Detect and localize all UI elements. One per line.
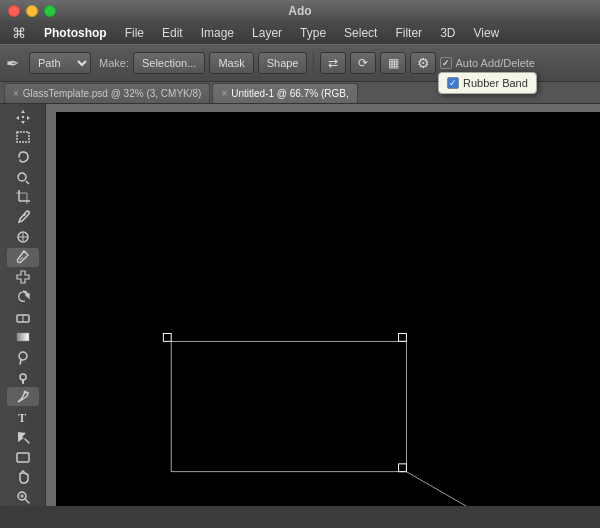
svg-rect-25 [171,341,406,471]
tab-close-glass[interactable]: × [13,88,19,99]
layers-icon-btn[interactable]: ▦ [380,52,406,74]
warp-icon-btn[interactable]: ⟳ [350,52,376,74]
tab-close-untitled[interactable]: × [221,88,227,99]
rectangle-tool[interactable] [7,447,39,466]
svg-rect-28 [399,334,407,342]
auto-add-delete-label: Auto Add/Delete [440,57,535,69]
gradient-tool[interactable] [7,327,39,346]
rubber-band-checkbox[interactable] [447,77,459,89]
svg-rect-20 [17,453,29,462]
menu-3d[interactable]: 3D [432,24,463,42]
svg-point-1 [18,173,26,181]
move-tool[interactable] [7,108,39,127]
crop-tool[interactable] [7,188,39,207]
rectangular-marquee-tool[interactable] [7,128,39,147]
svg-line-2 [26,181,29,184]
menu-view[interactable]: View [465,24,507,42]
canvas-area[interactable] [46,104,600,506]
brush-tool[interactable] [7,248,39,267]
text-tool[interactable]: T [7,407,39,426]
zoom-tool[interactable] [7,487,39,506]
left-toolbar: T [0,104,46,506]
pen-tool-icon: ✒ [6,54,19,73]
menu-select[interactable]: Select [336,24,385,42]
blur-tool[interactable] [7,347,39,366]
clone-stamp-tool[interactable] [7,268,39,287]
maximize-button[interactable] [44,5,56,17]
transform-icon-btn[interactable]: ⇄ [320,52,346,74]
menu-edit[interactable]: Edit [154,24,191,42]
eyedropper-tool[interactable] [7,208,39,227]
titlebar: Ado [0,0,600,22]
path-drawing [56,112,600,506]
menu-filter[interactable]: Filter [387,24,430,42]
quick-select-tool[interactable] [7,168,39,187]
path-selection-tool[interactable] [7,427,39,446]
menu-file[interactable]: File [117,24,152,42]
menu-image[interactable]: Image [193,24,242,42]
svg-line-26 [406,472,517,506]
menu-layer[interactable]: Layer [244,24,290,42]
apple-menu[interactable]: ⌘ [4,25,34,41]
gear-button[interactable]: ⚙ [410,52,436,74]
canvas[interactable] [56,112,600,506]
svg-point-15 [19,352,27,360]
svg-rect-0 [17,132,29,142]
path-type-select[interactable]: Path Shape Pixels [29,52,91,74]
svg-point-18 [23,390,26,393]
history-brush-tool[interactable] [7,288,39,307]
dodge-tool[interactable] [7,367,39,386]
lasso-tool[interactable] [7,148,39,167]
rubber-band-tooltip: Rubber Band [438,72,537,94]
svg-rect-29 [399,464,407,472]
svg-rect-14 [17,333,29,341]
menu-type[interactable]: Type [292,24,334,42]
separator-1 [313,51,314,75]
rubber-band-label: Rubber Band [463,77,528,89]
app-name-menu[interactable]: Photoshop [36,24,115,42]
minimize-button[interactable] [26,5,38,17]
shape-button[interactable]: Shape [258,52,308,74]
healing-brush-tool[interactable] [7,228,39,247]
selection-button[interactable]: Selection... [133,52,205,74]
mask-button[interactable]: Mask [209,52,253,74]
auto-add-delete-checkbox[interactable] [440,57,452,69]
app-title: Ado [288,4,311,18]
tab-label-untitled: Untitled-1 @ 66.7% (RGB, [231,88,348,99]
make-label: Make: [99,57,129,69]
main-area: T [0,104,600,506]
svg-line-22 [25,499,29,503]
svg-rect-27 [163,334,171,342]
svg-text:T: T [18,411,26,425]
window-controls [0,5,56,17]
pen-tool[interactable] [7,387,39,406]
tab-glass-template[interactable]: × GlassTemplate.psd @ 32% (3, CMYK/8) [4,83,210,103]
menubar: ⌘ Photoshop File Edit Image Layer Type S… [0,22,600,44]
tab-untitled[interactable]: × Untitled-1 @ 66.7% (RGB, [212,83,357,103]
close-button[interactable] [8,5,20,17]
hand-tool[interactable] [7,467,39,486]
eraser-tool[interactable] [7,308,39,327]
tab-label-glass: GlassTemplate.psd @ 32% (3, CMYK/8) [23,88,202,99]
